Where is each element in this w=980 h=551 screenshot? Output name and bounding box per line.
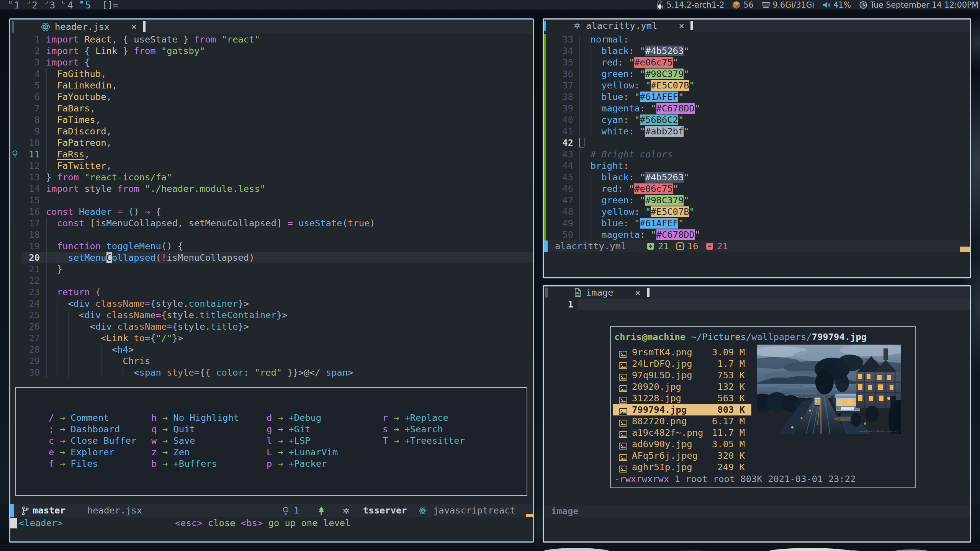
close-icon[interactable]: × — [679, 20, 684, 31]
buffer-line-6: 6 FaYoutube, — [10, 91, 533, 103]
gear-icon — [573, 21, 582, 30]
line-number: 19 — [10, 240, 40, 252]
lsp-gear-icon — [342, 504, 351, 517]
tabline-cursor — [143, 21, 146, 32]
buffer-line-26: 26 <div className={style.title}> — [10, 321, 533, 332]
git-branch-name[interactable]: master — [33, 504, 65, 517]
tabline-fill — [693, 20, 970, 32]
line-number: 27 — [10, 332, 40, 344]
code-line-text: FaPatreon, — [46, 137, 112, 149]
arrow-icon: → — [272, 435, 288, 446]
tag-indicator — [9, 1, 12, 3]
arrow-icon: → — [157, 412, 173, 423]
file-row-AFq5r6j.jpeg[interactable]: AFq5r6j.jpeg320 K — [611, 450, 915, 461]
file-manager-path: chris@machine ~/Pictures/wallpapers/7997… — [614, 332, 867, 342]
whichkey-binding-s[interactable]: s → +Search — [383, 423, 443, 435]
penguin-icon — [656, 0, 664, 10]
whichkey-binding-L[interactable]: L → +LunarVim — [267, 446, 338, 458]
whichkey-binding-w[interactable]: w → Save — [151, 435, 195, 446]
lightbulb-icon[interactable] — [11, 149, 19, 160]
buffer-line-3: 3import { — [10, 57, 533, 68]
line-number: 28 — [10, 344, 40, 355]
yaml-window[interactable]: alacritty.yml × 33 normal:34 black: "#4b… — [543, 18, 971, 278]
whichkey-key: ; — [49, 424, 54, 435]
whichkey-binding-c[interactable]: c → Close Buffer — [49, 435, 136, 446]
whichkey-key: L — [267, 447, 272, 458]
line-number: 21 — [10, 263, 40, 275]
workspace-tag-5[interactable]: 5 — [79, 0, 97, 10]
code-line-text: yellow: "#E5C07B" — [579, 206, 695, 217]
whichkey-label: Close Buffer — [70, 435, 136, 446]
whichkey-binding-g[interactable]: g → +Git — [267, 423, 311, 435]
statusline: alacritty.yml 21 16 21 — [544, 240, 970, 252]
whichkey-binding-f[interactable]: f → Files — [49, 458, 98, 469]
line-number: 45 — [544, 172, 573, 183]
buffer-line-42: 42 — [544, 137, 970, 149]
line-number: 20 — [10, 252, 40, 263]
whichkey-key: z — [151, 447, 157, 458]
whichkey-binding-l[interactable]: l → +LSP — [267, 435, 311, 446]
whichkey-binding-z[interactable]: z → Zen — [151, 446, 190, 458]
indent-guide — [46, 229, 47, 240]
line-number: 12 — [10, 160, 40, 172]
workspace-tag-4[interactable]: 4 — [61, 0, 79, 10]
whichkey-binding-;[interactable]: ; → Dashboard — [49, 423, 120, 435]
volume-icon — [822, 1, 831, 9]
code-buffer[interactable]: 1import React, { useState } from "react"… — [10, 34, 533, 378]
whichkey-hints: <esc> close <bs> go up one level — [175, 517, 350, 529]
line-number: 13 — [10, 172, 40, 183]
arrow-icon: → — [272, 424, 288, 435]
buffer-line-39: 39 magenta: "#C678DD" — [544, 103, 970, 114]
line-number: 15 — [10, 195, 40, 206]
code-buffer[interactable]: 33 normal:34 black: "#4b5263"35 red: "#e… — [544, 34, 970, 240]
workspace-tag-2[interactable]: 2 — [26, 0, 43, 10]
code-line-text: red: "#e06c75" — [579, 57, 678, 68]
line-number: 48 — [544, 206, 573, 217]
file-row-aghr5Ip.jpg[interactable]: aghr5Ip.jpg249 K — [611, 461, 915, 473]
tab-header-jsx[interactable]: header.jsx × — [14, 20, 137, 34]
tab-alacritty-yml[interactable]: alacritty.yml × — [546, 20, 684, 32]
tag-indicator — [62, 1, 65, 3]
file-row-ad6v90y.jpg[interactable]: ad6v90y.jpg3.05 M — [611, 438, 915, 450]
whichkey-binding-p[interactable]: p → +Packer — [267, 458, 327, 469]
line-number: 42 — [544, 137, 573, 149]
bar-segment: 41% — [822, 0, 851, 10]
whichkey-binding-/[interactable]: / → Comment — [49, 412, 109, 423]
svg-text:www.DesktopBackground.org: www.DesktopBackground.org — [859, 430, 898, 433]
file-manager-popup: chris@machine ~/Pictures/wallpapers/7997… — [610, 326, 916, 488]
statusline-accent-bar — [10, 504, 14, 517]
tab-image[interactable]: image × — [548, 286, 641, 299]
workspace-tag-3[interactable]: 3 — [44, 0, 61, 10]
whichkey-label: +Replace — [404, 412, 448, 423]
buffer-line-5: 5 FaLinkedin, — [10, 80, 533, 91]
code-line-text: black: "#4b5263" — [579, 172, 689, 183]
tag-label: 5 — [85, 0, 91, 11]
close-icon[interactable]: × — [635, 287, 641, 298]
line-number: 10 — [10, 137, 40, 149]
editor-window[interactable]: header.jsx × 1import React, { useState }… — [9, 18, 534, 543]
whichkey-binding-b[interactable]: b → +Buffers — [151, 458, 217, 469]
buffer-line-35: 35 red: "#e06c75" — [544, 57, 970, 68]
whichkey-binding-e[interactable]: e → Explorer — [49, 446, 115, 458]
file-size: 3.09 M — [632, 347, 745, 358]
whichkey-key: w — [151, 435, 157, 446]
close-icon[interactable]: × — [131, 21, 137, 32]
code-buffer[interactable]: 1 — [544, 299, 970, 310]
buffer-line-19: 19 function toggleMenu() { — [10, 240, 533, 252]
code-line-text: <Link to={"/"}> — [46, 332, 183, 344]
code-line-text: setMenuCollapsed(!isMenuCollapsed) — [46, 252, 254, 263]
workspace-tag-1[interactable]: 1 — [8, 0, 26, 10]
whichkey-binding-d[interactable]: d → +Debug — [267, 412, 321, 423]
cmdline-hint-desc: go up one level — [263, 518, 350, 528]
bar-segment: 5.14.2-arch1-2 — [656, 0, 725, 10]
code-line-text: import { Link } from "gatsby" — [46, 45, 205, 57]
whichkey-binding-r[interactable]: r → +Replace — [383, 412, 448, 423]
whichkey-binding-q[interactable]: q → Quit — [151, 423, 195, 435]
layout-symbol[interactable]: []= — [102, 0, 118, 10]
cmdline[interactable]: <leader> <esc> close <bs> go up one leve… — [10, 517, 533, 529]
whichkey-binding-T[interactable]: T → +Treesitter — [383, 435, 465, 446]
image-window[interactable]: image × 1 chris@machine ~/Pictures/wallp… — [543, 285, 971, 543]
line-number: 33 — [544, 34, 573, 45]
whichkey-binding-h[interactable]: h → No Highlight — [151, 412, 239, 423]
buffer-line-37: 37 yellow: "#E5C07B" — [544, 80, 970, 91]
